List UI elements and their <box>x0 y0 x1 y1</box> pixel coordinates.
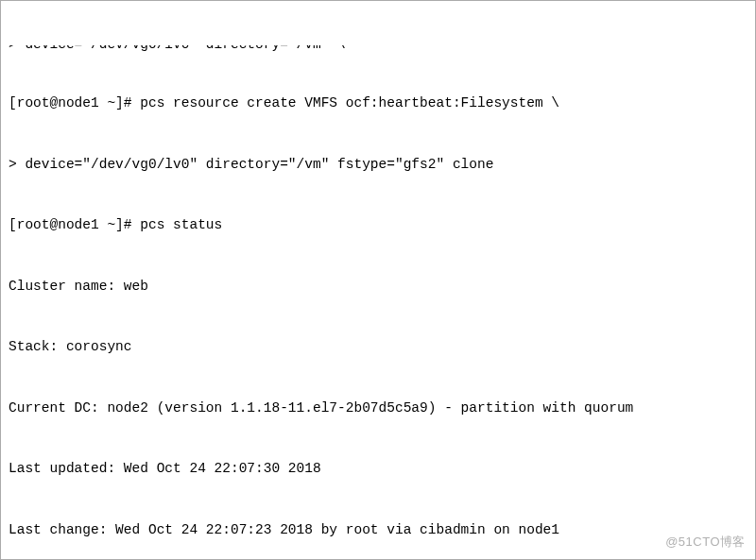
terminal-line: Cluster name: web <box>9 277 747 297</box>
terminal-line: Last updated: Wed Oct 24 22:07:30 2018 <box>9 459 747 480</box>
terminal-line: Last change: Wed Oct 24 22:07:23 2018 by… <box>9 520 747 541</box>
terminal-line: [root@node1 ~]# pcs status <box>9 215 747 236</box>
terminal-output[interactable]: > device="/dev/vg0/lv0" directory="/vm" … <box>9 5 747 560</box>
terminal-line: > device="/dev/vg0/lv0" directory="/vm" … <box>9 45 346 53</box>
terminal-line: Stack: corosync <box>9 337 747 358</box>
terminal-line: [root@node1 ~]# pcs resource create VMFS… <box>9 93 747 114</box>
watermark-text: @51CTO博客 <box>665 532 746 552</box>
terminal-line: Current DC: node2 (version 1.1.18-11.el7… <box>9 399 747 419</box>
terminal-line: > device="/dev/vg0/lv0" directory="/vm" … <box>9 155 747 176</box>
